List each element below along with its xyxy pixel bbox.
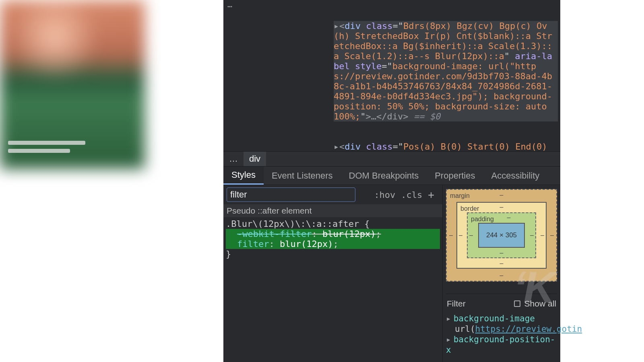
hov-toggle[interactable]: :hov xyxy=(374,190,395,200)
css-selector[interactable]: .Blur\(12px\)\:\:a::after { xyxy=(226,219,440,229)
dom-node-selected[interactable]: ▸<div class="Bdrs(8px) Bgz(cv) Bgp(c) Ov… xyxy=(334,21,558,121)
content-size: 244 × 305 xyxy=(478,223,525,248)
elements-panel[interactable]: ⋯ ▸<div class="Bdrs(8px) Bgz(cv) Bgp(c) … xyxy=(223,0,560,151)
computed-row[interactable]: ▸background-position-x xyxy=(446,334,557,355)
new-style-rule-button[interactable]: + xyxy=(428,189,434,201)
styles-pane: :hov .cls + Pseudo ::after element .Blur… xyxy=(223,185,443,362)
rule-section-header: Pseudo ::after element xyxy=(223,204,442,217)
border-label: border xyxy=(460,205,479,212)
tab-properties[interactable]: Properties xyxy=(427,167,483,185)
breadcrumb-more[interactable]: … xyxy=(223,152,244,166)
computed-filter-label: Filter xyxy=(447,299,466,309)
padding-label: padding xyxy=(471,216,494,223)
url-link[interactable]: https://preview.gotin xyxy=(475,324,582,334)
cls-toggle[interactable]: .cls xyxy=(401,190,422,200)
box-model-pane: margin – – – – border – – – – padding – … xyxy=(443,185,560,362)
css-value[interactable]: blur(12px) xyxy=(280,239,333,249)
css-value[interactable]: blur(12px) xyxy=(322,229,376,239)
computed-value[interactable]: url(https://preview.gotin xyxy=(446,324,557,334)
breadcrumb[interactable]: … div xyxy=(223,151,560,167)
tab-styles[interactable]: Styles xyxy=(223,167,264,185)
css-property[interactable]: filter xyxy=(237,239,269,249)
breadcrumb-item[interactable]: div xyxy=(244,152,266,166)
tab-dom-breakpoints[interactable]: DOM Breakpoints xyxy=(341,167,427,185)
tab-event-listeners[interactable]: Event Listeners xyxy=(264,167,341,185)
margin-label: margin xyxy=(450,192,470,200)
placeholder-bar xyxy=(8,149,70,153)
styles-filter-input[interactable] xyxy=(227,187,355,202)
showall-label: Show all xyxy=(524,299,556,309)
box-model[interactable]: margin – – – – border – – – – padding – … xyxy=(446,189,557,282)
css-rule[interactable]: .Blur\(12px\)\:\:a::after { -webkit-filt… xyxy=(223,219,442,262)
tab-accessibility[interactable]: Accessibility xyxy=(483,167,547,185)
expand-icon[interactable]: ▸ xyxy=(334,142,339,151)
computed-row[interactable]: ▸background-image xyxy=(446,313,557,324)
more-icon[interactable]: ⋯ xyxy=(227,2,233,11)
showall-checkbox[interactable] xyxy=(514,300,520,307)
styles-tabs: Styles Event Listeners DOM Breakpoints P… xyxy=(223,167,560,185)
css-property[interactable]: -webkit-filter xyxy=(237,229,312,239)
dom-node[interactable]: ▸<div class="Pos(a) B(0) Start(0) End(0)… xyxy=(334,142,558,151)
computed-section: Filter Show all ▸background-image url(ht… xyxy=(446,294,557,355)
expand-icon[interactable]: ▸ xyxy=(334,21,339,31)
devtools-panel: ⋯ ▸<div class="Bdrs(8px) Bgz(cv) Bgp(c) … xyxy=(223,0,560,362)
css-brace: } xyxy=(226,249,440,259)
placeholder-bar xyxy=(8,141,85,145)
